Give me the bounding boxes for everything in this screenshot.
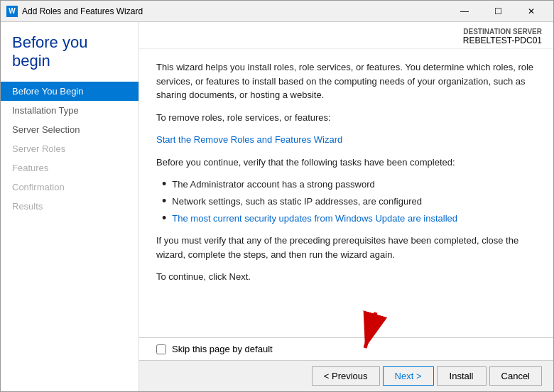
skip-label: Skip this page by default: [172, 344, 273, 354]
footer-buttons: < Previous Next > I: [139, 360, 553, 391]
continue-paragraph: To continue, click Next.: [156, 270, 536, 284]
destination-value: REBELTEST-PDC01: [463, 36, 542, 45]
intro-paragraph: This wizard helps you install roles, rol…: [156, 60, 536, 102]
bullet-text-3: The most current security updates from W…: [172, 212, 457, 226]
bullet-dot: •: [162, 178, 166, 192]
bullet-dot: •: [162, 195, 166, 209]
prereq-paragraph: If you must verify that any of the prece…: [156, 234, 536, 261]
remove-link[interactable]: Start the Remove Roles and Features Wiza…: [156, 134, 342, 145]
checkbox-row: Skip this page by default: [139, 338, 553, 360]
sidebar-item-server-roles: Server Roles: [1, 139, 138, 158]
remove-paragraph: To remove roles, role services, or featu…: [156, 111, 536, 125]
content-area: Before you begin Before You Begin Instal…: [1, 22, 553, 391]
bullet-list: • The Administrator account has a strong…: [162, 178, 536, 225]
footer-area: Skip this page by default < Previous: [139, 337, 553, 391]
bullet-dot: •: [162, 212, 166, 226]
sidebar-item-installation-type[interactable]: Installation Type: [1, 101, 138, 120]
wizard-window: W Add Roles and Features Wizard — ☐ ✕ Be…: [0, 0, 554, 392]
sidebar-page-title: Before you begin: [1, 33, 138, 82]
main-panel: DESTINATION SERVER REBELTEST-PDC01 This …: [139, 22, 553, 391]
sidebar: Before you begin Before You Begin Instal…: [1, 22, 139, 391]
sidebar-item-confirmation: Confirmation: [1, 178, 138, 197]
bullet-text-2: Network settings, such as static IP addr…: [172, 195, 422, 209]
previous-button[interactable]: < Previous: [312, 366, 380, 386]
cancel-button[interactable]: Cancel: [489, 366, 542, 386]
skip-checkbox[interactable]: [156, 344, 166, 354]
bullet-text-1: The Administrator account has a strong p…: [172, 178, 374, 192]
destination-server-info: DESTINATION SERVER REBELTEST-PDC01: [139, 22, 553, 49]
sidebar-item-results: Results: [1, 197, 138, 216]
bullet-item-1: • The Administrator account has a strong…: [162, 178, 536, 192]
destination-label: DESTINATION SERVER: [151, 28, 542, 36]
title-bar: W Add Roles and Features Wizard — ☐ ✕: [1, 1, 553, 22]
content-body: This wizard helps you install roles, rol…: [139, 49, 553, 337]
bullet-item-3: • The most current security updates from…: [162, 212, 536, 226]
sidebar-item-features: Features: [1, 158, 138, 178]
next-button[interactable]: Next >: [383, 366, 434, 386]
maximize-button[interactable]: ☐: [482, 1, 514, 22]
app-icon: W: [6, 6, 18, 17]
bullet-item-2: • Network settings, such as static IP ad…: [162, 195, 536, 209]
sidebar-item-before-you-begin[interactable]: Before You Begin: [1, 82, 138, 101]
window-controls: — ☐ ✕: [448, 1, 548, 22]
minimize-button[interactable]: —: [448, 1, 481, 22]
install-button[interactable]: Install: [437, 366, 487, 386]
verify-paragraph: Before you continue, verify that the fol…: [156, 156, 536, 170]
close-button[interactable]: ✕: [515, 1, 548, 22]
sidebar-item-server-selection[interactable]: Server Selection: [1, 120, 138, 139]
window-title: Add Roles and Features Wizard: [22, 6, 448, 16]
